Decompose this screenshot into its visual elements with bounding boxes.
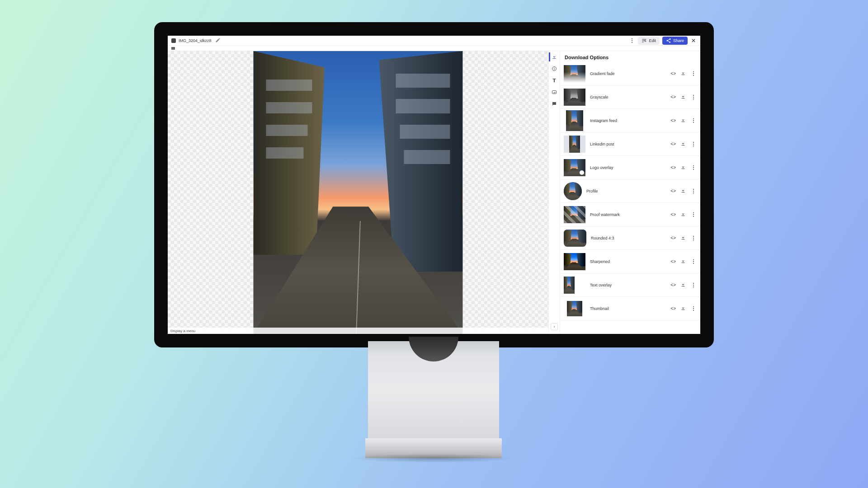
tool-rail: › (548, 51, 560, 334)
share-icon (666, 38, 671, 43)
download-icon[interactable] (680, 94, 686, 100)
download-options-list: Gradient fade<>Grayscale<>Instagram feed… (560, 62, 700, 334)
more-menu-icon[interactable] (629, 38, 635, 44)
folder-icon (171, 47, 175, 50)
download-icon[interactable] (680, 235, 686, 241)
more-menu-icon[interactable] (690, 258, 697, 265)
download-option-row[interactable]: Profile<> (560, 179, 700, 203)
code-icon[interactable]: <> (670, 306, 676, 311)
option-actions: <> (670, 211, 697, 218)
download-option-row[interactable]: Proof watermark<> (560, 203, 700, 226)
option-thumbnail (566, 110, 583, 131)
download-option-row[interactable]: Text overlay<> (560, 273, 700, 297)
more-menu-icon[interactable] (690, 282, 697, 288)
option-actions: <> (670, 94, 697, 100)
breadcrumb[interactable] (168, 46, 700, 51)
option-thumbnail (564, 230, 586, 247)
option-actions: <> (670, 117, 697, 124)
more-menu-icon[interactable] (690, 235, 697, 241)
desktop-wallpaper: IMG_3204_idkzz8 Edit Share ✕ (0, 0, 868, 488)
download-option-row[interactable]: Instagram feed<> (560, 109, 700, 132)
monitor-stand-neck (368, 341, 499, 440)
status-hint: Display a menu (170, 329, 195, 333)
option-label: Grayscale (590, 95, 666, 99)
download-option-row[interactable]: Sharpened<> (560, 250, 700, 273)
download-option-row[interactable]: Logo overlay<> (560, 156, 700, 179)
option-actions: <> (670, 258, 697, 265)
download-icon[interactable] (680, 164, 686, 171)
option-label: Instagram feed (590, 118, 666, 123)
option-thumbnail (564, 206, 585, 223)
option-actions: <> (670, 70, 697, 77)
edit-button[interactable]: Edit (638, 37, 660, 45)
svg-rect-2 (554, 67, 555, 68)
monitor-bezel: IMG_3204_idkzz8 Edit Share ✕ (154, 22, 714, 347)
more-menu-icon[interactable] (690, 117, 697, 124)
svg-rect-1 (554, 68, 555, 70)
code-icon[interactable]: <> (670, 165, 676, 170)
status-bar: Display a menu (168, 328, 548, 334)
download-icon[interactable] (680, 117, 686, 124)
option-thumbnail (564, 65, 585, 82)
option-thumbnail (567, 301, 582, 316)
option-label: Profile (586, 189, 666, 193)
code-icon[interactable]: <> (670, 282, 676, 287)
more-menu-icon[interactable] (690, 188, 697, 194)
code-icon[interactable]: <> (670, 141, 676, 146)
option-thumbnail (564, 136, 585, 153)
edit-button-label: Edit (649, 38, 656, 43)
option-thumbnail (564, 182, 582, 200)
panel-title: Download Options (560, 51, 700, 62)
more-menu-icon[interactable] (690, 305, 697, 312)
more-menu-icon[interactable] (690, 164, 697, 171)
download-option-row[interactable]: Rounded 4:3<> (560, 226, 700, 250)
chevron-right-icon[interactable]: › (551, 323, 558, 330)
download-icon[interactable] (680, 70, 686, 77)
close-icon[interactable]: ✕ (690, 38, 697, 44)
option-thumbnail (564, 159, 585, 176)
more-menu-icon[interactable] (690, 211, 697, 218)
option-label: Sharpened (590, 259, 666, 264)
code-icon[interactable]: <> (670, 235, 676, 240)
download-option-row[interactable]: Grayscale<> (560, 85, 700, 109)
info-icon[interactable] (551, 66, 557, 72)
main-image (253, 51, 462, 334)
app-window: IMG_3204_idkzz8 Edit Share ✕ (168, 36, 700, 334)
code-icon[interactable]: <> (670, 71, 676, 76)
download-icon[interactable] (680, 141, 686, 147)
download-icon[interactable] (680, 258, 686, 265)
comment-icon[interactable] (551, 101, 557, 107)
more-menu-icon[interactable] (690, 141, 697, 147)
more-menu-icon[interactable] (690, 94, 697, 100)
download-icon[interactable] (680, 305, 686, 312)
download-option-row[interactable]: Gradient fade<> (560, 62, 700, 85)
code-icon[interactable]: <> (670, 259, 676, 264)
image-icon[interactable] (551, 89, 557, 95)
option-label: Logo overlay (590, 165, 666, 170)
sliders-icon (642, 38, 647, 43)
download-icon[interactable] (680, 211, 686, 218)
text-icon[interactable] (551, 77, 557, 84)
option-label: Text overlay (590, 283, 666, 287)
option-label: Thumbnail (590, 306, 666, 311)
option-actions: <> (670, 282, 697, 288)
download-icon[interactable] (680, 188, 686, 194)
option-thumbnail (564, 277, 585, 294)
option-actions: <> (670, 141, 697, 147)
code-icon[interactable]: <> (670, 94, 676, 99)
code-icon[interactable]: <> (670, 118, 676, 123)
canvas-area[interactable]: Display a menu (168, 51, 548, 334)
rename-icon[interactable] (215, 38, 221, 44)
option-label: Proof watermark (590, 212, 666, 217)
more-menu-icon[interactable] (690, 70, 697, 77)
code-icon[interactable]: <> (670, 212, 676, 217)
download-option-row[interactable]: LinkedIn post<> (560, 132, 700, 156)
option-label: LinkedIn post (590, 142, 666, 146)
share-button[interactable]: Share (662, 37, 688, 45)
download-option-row[interactable]: Thumbnail<> (560, 297, 700, 320)
download-icon[interactable] (680, 282, 686, 288)
code-icon[interactable]: <> (670, 188, 676, 193)
file-icon (171, 38, 176, 43)
download-icon[interactable] (551, 54, 557, 60)
option-actions: <> (670, 305, 697, 312)
